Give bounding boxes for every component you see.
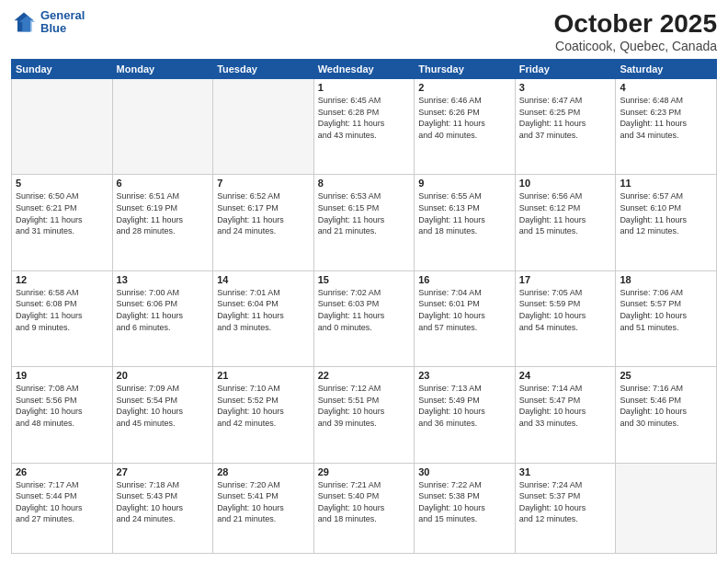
day-info: Sunrise: 6:52 AM Sunset: 6:17 PM Dayligh… — [217, 190, 310, 236]
calendar-cell: 7Sunrise: 6:52 AM Sunset: 6:17 PM Daylig… — [213, 175, 314, 270]
day-info: Sunrise: 6:57 AM Sunset: 6:10 PM Dayligh… — [620, 190, 712, 236]
calendar-week: 5Sunrise: 6:50 AM Sunset: 6:21 PM Daylig… — [12, 175, 717, 270]
day-number: 17 — [519, 274, 612, 285]
day-number: 24 — [519, 370, 612, 381]
header-row: SundayMondayTuesdayWednesdayThursdayFrid… — [12, 60, 717, 79]
day-info: Sunrise: 6:51 AM Sunset: 6:19 PM Dayligh… — [117, 190, 210, 236]
calendar-cell: 31Sunrise: 7:24 AM Sunset: 5:37 PM Dayli… — [515, 463, 616, 553]
day-number: 7 — [217, 178, 310, 189]
calendar-cell: 28Sunrise: 7:20 AM Sunset: 5:41 PM Dayli… — [213, 463, 314, 553]
calendar-cell: 14Sunrise: 7:01 AM Sunset: 6:04 PM Dayli… — [213, 270, 314, 366]
weekday-header: Tuesday — [213, 60, 314, 79]
day-info: Sunrise: 7:06 AM Sunset: 5:57 PM Dayligh… — [620, 287, 712, 333]
day-info: Sunrise: 6:55 AM Sunset: 6:13 PM Dayligh… — [418, 190, 511, 236]
calendar-cell: 25Sunrise: 7:16 AM Sunset: 5:46 PM Dayli… — [616, 367, 717, 463]
day-number: 23 — [418, 370, 511, 381]
weekday-header: Friday — [515, 60, 616, 79]
calendar-week: 19Sunrise: 7:08 AM Sunset: 5:56 PM Dayli… — [12, 367, 717, 463]
day-info: Sunrise: 7:21 AM Sunset: 5:40 PM Dayligh… — [318, 479, 411, 525]
day-number: 8 — [318, 178, 411, 189]
calendar-cell: 30Sunrise: 7:22 AM Sunset: 5:38 PM Dayli… — [415, 463, 516, 553]
day-number: 15 — [318, 274, 411, 285]
day-info: Sunrise: 7:24 AM Sunset: 5:37 PM Dayligh… — [519, 479, 612, 525]
calendar-cell: 19Sunrise: 7:08 AM Sunset: 5:56 PM Dayli… — [12, 367, 113, 463]
location-title: Coaticook, Quebec, Canada — [554, 39, 717, 53]
day-number: 12 — [16, 274, 108, 285]
calendar-cell: 6Sunrise: 6:51 AM Sunset: 6:19 PM Daylig… — [112, 175, 213, 270]
calendar-cell: 29Sunrise: 7:21 AM Sunset: 5:40 PM Dayli… — [313, 463, 415, 553]
weekday-header: Thursday — [415, 60, 516, 79]
calendar-week: 1Sunrise: 6:45 AM Sunset: 6:28 PM Daylig… — [12, 79, 717, 175]
weekday-header: Wednesday — [313, 60, 415, 79]
calendar-cell: 8Sunrise: 6:53 AM Sunset: 6:15 PM Daylig… — [313, 175, 415, 270]
calendar-cell — [112, 79, 213, 175]
day-info: Sunrise: 7:16 AM Sunset: 5:46 PM Dayligh… — [620, 383, 712, 429]
day-info: Sunrise: 7:22 AM Sunset: 5:38 PM Dayligh… — [418, 479, 511, 525]
day-info: Sunrise: 6:46 AM Sunset: 6:26 PM Dayligh… — [418, 95, 511, 141]
day-number: 29 — [318, 466, 411, 477]
page: General Blue October 2025 Coaticook, Que… — [0, 0, 728, 563]
day-info: Sunrise: 7:05 AM Sunset: 5:59 PM Dayligh… — [519, 287, 612, 333]
day-number: 30 — [418, 466, 511, 477]
day-number: 28 — [217, 466, 310, 477]
day-info: Sunrise: 7:13 AM Sunset: 5:49 PM Dayligh… — [418, 383, 511, 429]
day-number: 9 — [418, 178, 511, 189]
calendar-cell: 22Sunrise: 7:12 AM Sunset: 5:51 PM Dayli… — [313, 367, 415, 463]
day-info: Sunrise: 7:10 AM Sunset: 5:52 PM Dayligh… — [217, 383, 310, 429]
calendar-cell: 24Sunrise: 7:14 AM Sunset: 5:47 PM Dayli… — [515, 367, 616, 463]
logo: General Blue — [11, 9, 85, 36]
calendar-cell: 27Sunrise: 7:18 AM Sunset: 5:43 PM Dayli… — [112, 463, 213, 553]
calendar-cell — [213, 79, 314, 175]
day-info: Sunrise: 7:14 AM Sunset: 5:47 PM Dayligh… — [519, 383, 612, 429]
day-number: 13 — [117, 274, 210, 285]
title-block: October 2025 Coaticook, Quebec, Canada — [554, 9, 717, 53]
day-info: Sunrise: 7:20 AM Sunset: 5:41 PM Dayligh… — [217, 479, 310, 525]
day-info: Sunrise: 6:56 AM Sunset: 6:12 PM Dayligh… — [519, 190, 612, 236]
day-number: 14 — [217, 274, 310, 285]
day-info: Sunrise: 7:18 AM Sunset: 5:43 PM Dayligh… — [117, 479, 210, 525]
day-info: Sunrise: 7:00 AM Sunset: 6:06 PM Dayligh… — [117, 287, 210, 333]
weekday-header: Saturday — [616, 60, 717, 79]
calendar: SundayMondayTuesdayWednesdayThursdayFrid… — [11, 59, 717, 554]
calendar-cell: 10Sunrise: 6:56 AM Sunset: 6:12 PM Dayli… — [515, 175, 616, 270]
calendar-cell: 2Sunrise: 6:46 AM Sunset: 6:26 PM Daylig… — [415, 79, 516, 175]
day-number: 16 — [418, 274, 511, 285]
calendar-cell: 1Sunrise: 6:45 AM Sunset: 6:28 PM Daylig… — [313, 79, 415, 175]
day-number: 22 — [318, 370, 411, 381]
logo-text: General Blue — [40, 9, 85, 36]
calendar-week: 26Sunrise: 7:17 AM Sunset: 5:44 PM Dayli… — [12, 463, 717, 553]
day-number: 5 — [16, 178, 108, 189]
day-info: Sunrise: 7:02 AM Sunset: 6:03 PM Dayligh… — [318, 287, 411, 333]
day-number: 18 — [620, 274, 712, 285]
calendar-cell: 23Sunrise: 7:13 AM Sunset: 5:49 PM Dayli… — [415, 367, 516, 463]
day-info: Sunrise: 7:17 AM Sunset: 5:44 PM Dayligh… — [16, 479, 108, 525]
day-number: 21 — [217, 370, 310, 381]
day-number: 11 — [620, 178, 712, 189]
calendar-cell: 21Sunrise: 7:10 AM Sunset: 5:52 PM Dayli… — [213, 367, 314, 463]
calendar-cell: 20Sunrise: 7:09 AM Sunset: 5:54 PM Dayli… — [112, 367, 213, 463]
calendar-cell: 9Sunrise: 6:55 AM Sunset: 6:13 PM Daylig… — [415, 175, 516, 270]
day-number: 2 — [418, 82, 511, 93]
day-number: 25 — [620, 370, 712, 381]
day-number: 27 — [117, 466, 210, 477]
calendar-cell: 16Sunrise: 7:04 AM Sunset: 6:01 PM Dayli… — [415, 270, 516, 366]
calendar-cell: 26Sunrise: 7:17 AM Sunset: 5:44 PM Dayli… — [12, 463, 113, 553]
day-number: 20 — [117, 370, 210, 381]
day-info: Sunrise: 6:58 AM Sunset: 6:08 PM Dayligh… — [16, 287, 108, 333]
day-info: Sunrise: 6:45 AM Sunset: 6:28 PM Dayligh… — [318, 95, 411, 141]
calendar-cell: 4Sunrise: 6:48 AM Sunset: 6:23 PM Daylig… — [616, 79, 717, 175]
logo-icon — [11, 9, 37, 35]
day-info: Sunrise: 6:53 AM Sunset: 6:15 PM Dayligh… — [318, 190, 411, 236]
calendar-cell — [616, 463, 717, 553]
month-title: October 2025 — [554, 9, 717, 39]
weekday-header: Sunday — [12, 60, 113, 79]
calendar-cell: 13Sunrise: 7:00 AM Sunset: 6:06 PM Dayli… — [112, 270, 213, 366]
day-number: 6 — [117, 178, 210, 189]
calendar-cell: 5Sunrise: 6:50 AM Sunset: 6:21 PM Daylig… — [12, 175, 113, 270]
day-info: Sunrise: 7:08 AM Sunset: 5:56 PM Dayligh… — [16, 383, 108, 429]
calendar-cell: 3Sunrise: 6:47 AM Sunset: 6:25 PM Daylig… — [515, 79, 616, 175]
day-number: 10 — [519, 178, 612, 189]
weekday-header: Monday — [112, 60, 213, 79]
calendar-cell: 11Sunrise: 6:57 AM Sunset: 6:10 PM Dayli… — [616, 175, 717, 270]
day-number: 3 — [519, 82, 612, 93]
